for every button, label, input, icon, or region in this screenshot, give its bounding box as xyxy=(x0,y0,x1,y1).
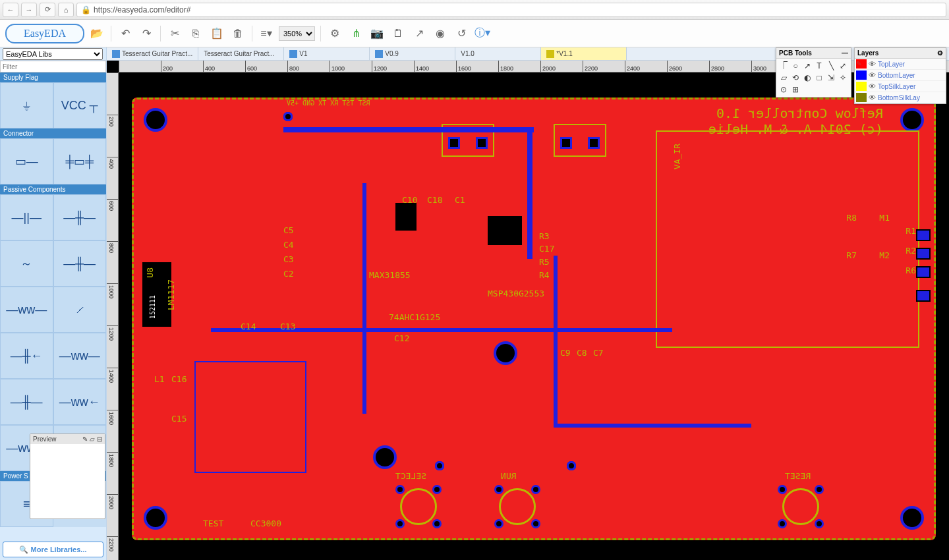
gear-icon[interactable]: ⚙ xyxy=(326,25,343,42)
layer-row[interactable]: 👁BottomLayer xyxy=(855,70,946,81)
cut-icon[interactable]: ✂ xyxy=(166,25,183,42)
pcb-tool-icon[interactable]: □ xyxy=(813,72,825,84)
lib-section-head[interactable]: Passive Components xyxy=(0,184,106,194)
pcb-tool-icon[interactable]: ↗ xyxy=(801,60,813,72)
layer-row[interactable]: 👁BottomSilkLay xyxy=(855,92,946,103)
paste-icon[interactable]: 📋 xyxy=(208,25,225,42)
lib-component-cell[interactable]: —╫— xyxy=(53,240,107,287)
browser-chrome: ← → ⟳ ⌂ 🔒 https://easyeda.com/editor# xyxy=(0,0,949,20)
copy-icon[interactable]: ⎘ xyxy=(187,25,204,42)
pcb-tool-icon[interactable]: ⎾ xyxy=(778,60,790,72)
reload-button[interactable]: ⟳ xyxy=(40,3,55,17)
pcb-board[interactable]: RST TST RX TX GND +5V xyxy=(132,98,936,540)
pcb-tool-icon[interactable]: T xyxy=(813,60,825,72)
document-tab[interactable]: *V1.1 xyxy=(541,47,627,60)
layer-row[interactable]: ✎👁TopLayer xyxy=(855,59,946,70)
lib-component-cell[interactable]: —╫— xyxy=(0,379,53,425)
redo-icon[interactable]: ↷ xyxy=(138,25,155,42)
forward-button[interactable]: → xyxy=(21,3,37,17)
url-bar[interactable]: 🔒 https://easyeda.com/editor# xyxy=(76,3,946,17)
share-icon[interactable]: ⋔ xyxy=(347,25,364,42)
back-button[interactable]: ← xyxy=(3,3,18,17)
button-pad xyxy=(395,485,442,528)
ruler-tick xyxy=(107,72,118,115)
pcb-tool-icon[interactable]: ⟲ xyxy=(790,72,801,84)
export-icon[interactable]: ↗ xyxy=(411,25,428,42)
lib-component-cell[interactable]: ▭— xyxy=(0,138,53,184)
open-icon[interactable]: 📂 xyxy=(88,25,105,42)
lib-component-cell[interactable]: —ww— xyxy=(53,333,107,379)
easyeda-logo[interactable]: EasyEDA xyxy=(5,24,84,43)
filter-input[interactable] xyxy=(0,61,106,72)
lib-section-head[interactable]: Supply Flag xyxy=(0,72,106,82)
delete-icon[interactable]: 🗑 xyxy=(229,25,246,42)
pcb-canvas[interactable]: RST TST RX TX GND +5V xyxy=(119,72,949,560)
lib-component-cell[interactable]: VCC ┬ xyxy=(53,82,107,128)
lib-component-cell[interactable]: —||— xyxy=(0,194,53,240)
layer-row[interactable]: 👁TopSilkLayer xyxy=(855,81,946,92)
pcb-tool-icon[interactable]: ⤢ xyxy=(837,60,849,72)
lib-component-cell[interactable]: —ww— xyxy=(0,287,53,333)
lib-component-cell[interactable]: ⏚ xyxy=(0,82,53,128)
document-tab[interactable]: V1 xyxy=(284,47,370,60)
tab-type-icon xyxy=(289,50,297,58)
pcb-tool-icon[interactable]: ◐ xyxy=(801,72,813,84)
minimize-icon[interactable]: — xyxy=(842,49,848,57)
lib-select[interactable]: EasyEDA Libs xyxy=(3,48,103,60)
document-tab[interactable]: Tesseract Guitar Pract... xyxy=(198,47,284,60)
layers-panel: Layers⚙ ✎👁TopLayer👁BottomLayer👁TopSilkLa… xyxy=(854,47,946,104)
lib-component-cell[interactable]: —╫← xyxy=(0,333,53,379)
lib-component-cell[interactable]: —ww← xyxy=(53,379,107,425)
steam-icon[interactable]: ◉ xyxy=(432,25,449,42)
more-libraries-button[interactable]: 🔍 More Libraries... xyxy=(3,542,103,557)
lib-component-cell[interactable]: ⟋ xyxy=(53,287,107,333)
ruler-tick: 1000 xyxy=(107,283,118,325)
gear-icon[interactable]: ⚙ xyxy=(937,49,943,57)
info-icon[interactable]: ⓘ▾ xyxy=(474,25,491,42)
mounting-hole xyxy=(144,506,167,530)
align-icon[interactable]: ≡▾ xyxy=(258,25,275,42)
eye-icon[interactable]: 👁 xyxy=(869,94,876,101)
pcb-tool-icon[interactable]: ⇲ xyxy=(825,72,837,84)
pcb-tool-icon[interactable]: ⊙ xyxy=(778,84,790,96)
document-tab[interactable]: V0.9 xyxy=(370,47,455,60)
history-icon[interactable]: ↺ xyxy=(453,25,470,42)
main-toolbar: EasyEDA 📂 ↶ ↷ ✂ ⎘ 📋 🗑 ≡▾ 350% ⚙ ⋔ 📷 🗒 ↗ … xyxy=(0,20,949,47)
silk-label: C4 xyxy=(283,240,294,250)
eye-icon[interactable]: 👁 xyxy=(869,71,876,79)
camera-icon[interactable]: 📷 xyxy=(368,25,386,42)
ruler-tick: 1800 xyxy=(498,61,540,72)
home-button[interactable]: ⌂ xyxy=(58,3,74,17)
eye-icon[interactable]: 👁 xyxy=(869,82,876,90)
lib-component-cell[interactable]: ～ xyxy=(0,240,53,287)
ruler-tick: 1200 xyxy=(372,61,414,72)
zoom-select[interactable]: 350% xyxy=(279,26,315,41)
document-tab[interactable]: V1.0 xyxy=(455,47,541,60)
silk-label: R2 xyxy=(906,246,916,256)
pcb-tool-icon[interactable]: ○ xyxy=(790,60,801,72)
pcb-tool-icon[interactable]: ✧ xyxy=(837,72,849,84)
document-tab[interactable]: Tesseract Guitar Pract... xyxy=(107,47,198,60)
ruler-tick: 2200 xyxy=(107,536,118,560)
undo-icon[interactable]: ↶ xyxy=(117,25,134,42)
lib-section-head[interactable]: Connector xyxy=(0,128,106,138)
edge-pads xyxy=(916,229,931,302)
url-text: https://easyeda.com/editor# xyxy=(94,5,190,14)
pcb-tool-icon[interactable]: ▱ xyxy=(778,72,790,84)
bom-icon[interactable]: 🗒 xyxy=(389,25,407,42)
preview-toolbar-icon[interactable]: ✎ ▱ ⊟ xyxy=(82,435,102,443)
silk-label: MSP430G2553 xyxy=(488,289,544,298)
silk-label: TEST xyxy=(203,518,223,528)
ruler-tick: 2400 xyxy=(625,61,667,72)
eye-icon[interactable]: 👁 xyxy=(869,60,876,68)
lib-component-cell[interactable]: ╪▭╪ xyxy=(53,138,107,184)
pcb-tool-icon[interactable]: ╲ xyxy=(825,60,837,72)
lib-component-cell[interactable]: —╫— xyxy=(53,194,107,240)
library-panel: EasyEDA Libs Supply Flag⏚VCC ┬Connector▭… xyxy=(0,47,107,560)
button-pad xyxy=(778,485,824,528)
ruler-tick: 2600 xyxy=(667,61,709,72)
mounting-hole xyxy=(494,341,517,365)
pcb-tool-icon[interactable]: ⊞ xyxy=(790,84,801,96)
silk-label: C16 xyxy=(171,374,187,384)
ruler-tick: 1400 xyxy=(107,368,118,410)
